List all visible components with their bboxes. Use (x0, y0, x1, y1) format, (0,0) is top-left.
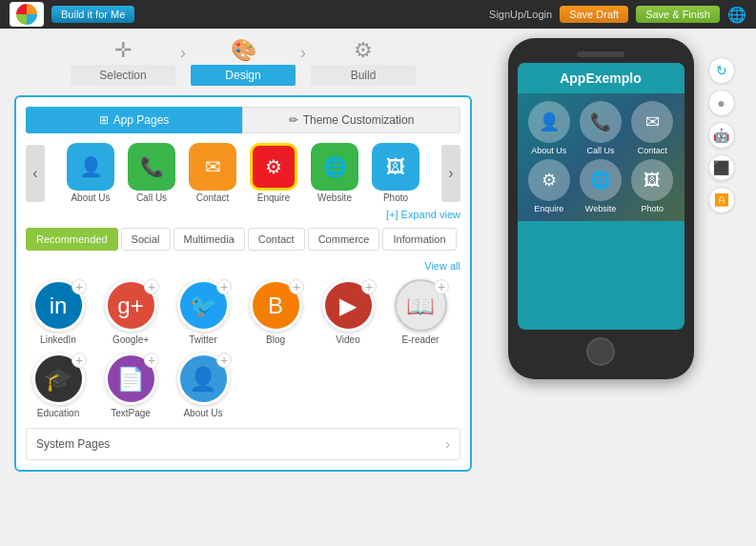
addon-twitter[interactable]: +🐦Twitter (171, 279, 235, 345)
signup-login-link[interactable]: SignUp/Login (489, 9, 552, 20)
pages-prev-button[interactable]: ‹ (26, 145, 45, 202)
addon-add-icon: + (361, 279, 377, 294)
phone-icon-circle: 📞 (580, 101, 622, 143)
addon-linkedin[interactable]: +inLinkedIn (26, 279, 91, 345)
save-finish-button[interactable]: Save & Finish (636, 6, 720, 23)
page-item-about-us[interactable]: 👤About Us (62, 143, 119, 203)
topbar-right: SignUp/Login Save Draft Save & Finish 🌐 (489, 6, 746, 24)
addon-add-icon: + (72, 279, 87, 294)
phone-icon-circle: 👤 (528, 101, 570, 143)
phone-icon-label: About Us (531, 146, 566, 155)
builder-box: ⊞ App Pages ✏ Theme Customization ‹ 👤Abo… (14, 95, 472, 472)
steps-bar: ✛ Selection › 🎨 Design › ⚙ Build (14, 38, 472, 86)
page-label: Enquire (257, 192, 290, 203)
category-tabs: RecommendedSocialMultimediaContactCommer… (26, 228, 460, 251)
pages-next-button[interactable]: › (441, 145, 460, 202)
addon-add-icon: + (216, 353, 232, 368)
app-pages-label: App Pages (113, 113, 170, 127)
phone-icon-label: Website (585, 204, 616, 213)
pages-list: 👤About Us📞Call Us✉Contact⚙Enquire🌐Websit… (49, 143, 438, 203)
theme-label: Theme Customization (303, 113, 415, 127)
page-label: About Us (71, 192, 110, 203)
right-panel-inner: AppExemplo 👤About Us📞Call Us✉Contact⚙Enq… (508, 38, 735, 379)
phone-preview: AppExemplo 👤About Us📞Call Us✉Contact⚙Enq… (508, 38, 699, 379)
build-for-me-button[interactable]: Build it for Me (51, 6, 134, 23)
phone-icon-photo: 🖼Photo (628, 159, 676, 213)
addon-about-us[interactable]: +👤About Us (171, 353, 235, 418)
right-panel: AppExemplo 👤About Us📞Call Us✉Contact⚙Enq… (486, 29, 756, 546)
phone-icon-circle: 🌐 (580, 159, 622, 201)
system-pages-arrow: › (445, 436, 450, 452)
language-icon[interactable]: 🌐 (727, 6, 746, 24)
page-item-enquire[interactable]: ⚙Enquire (245, 143, 302, 203)
addon-add-icon: + (289, 279, 304, 294)
addon-education[interactable]: +🎓Education (26, 353, 91, 418)
cat-tab-multimedia[interactable]: Multimedia (174, 228, 245, 251)
addon-label: TextPage (111, 408, 151, 418)
cat-tab-information[interactable]: Information (382, 228, 456, 251)
addon-e-reader[interactable]: +📖E-reader (388, 279, 453, 345)
phone-app-name: AppExemplo (518, 63, 684, 93)
phone-icon-enquire: ⚙Enquire (525, 159, 573, 213)
cat-tab-commerce[interactable]: Commerce (308, 228, 380, 251)
android-icon[interactable]: 🤖 (708, 122, 735, 149)
addon-video[interactable]: +▶Video (316, 279, 380, 345)
phone-icon-label: Photo (642, 204, 664, 213)
phone-speaker (577, 51, 624, 57)
cat-tab-contact[interactable]: Contact (248, 228, 305, 251)
blackberry-icon[interactable]: ⬛ (708, 154, 735, 181)
refresh-icon[interactable]: ↻ (708, 57, 735, 84)
save-draft-button[interactable]: Save Draft (560, 6, 628, 23)
expand-view-link[interactable]: [+] Expand view (26, 209, 460, 220)
step-build-label: Build (311, 65, 416, 86)
page-label: Call Us (136, 192, 167, 203)
theme-customization-tab[interactable]: ✏ Theme Customization (242, 107, 460, 133)
addon-label: Twitter (189, 334, 216, 345)
amazon-icon[interactable]: 🅰 (708, 187, 735, 213)
addon-add-icon: + (144, 353, 159, 368)
addon-label: Blog (266, 334, 285, 345)
theme-icon: ✏ (289, 113, 298, 127)
phone-outer: AppExemplo 👤About Us📞Call Us✉Contact⚙Enq… (508, 38, 694, 379)
topbar-left: Build it for Me (10, 2, 134, 27)
addon-label: Education (37, 408, 79, 418)
page-item-website[interactable]: 🌐Website (306, 143, 363, 203)
page-item-contact[interactable]: ✉Contact (184, 143, 241, 203)
view-all-link[interactable]: View all (26, 260, 460, 272)
step-selection[interactable]: ✛ Selection (66, 38, 180, 86)
cat-tab-recommended[interactable]: Recommended (26, 228, 118, 251)
phone-screen: AppExemplo 👤About Us📞Call Us✉Contact⚙Enq… (518, 63, 684, 330)
phone-icon-contact: ✉Contact (628, 101, 676, 155)
phone-icon-circle: ⚙ (528, 159, 570, 201)
logo (10, 2, 44, 27)
addon-label: LinkedIn (40, 334, 76, 345)
phone-home-button[interactable] (586, 337, 615, 366)
addon-textpage[interactable]: +📄TextPage (98, 353, 163, 418)
addon-label: Google+ (112, 334, 149, 345)
step-design-label: Design (191, 65, 296, 86)
addon-add-icon: + (72, 353, 87, 368)
phone-icons-grid: 👤About Us📞Call Us✉Contact⚙Enquire🌐Websit… (518, 93, 684, 221)
app-pages-tab[interactable]: ⊞ App Pages (26, 107, 242, 133)
phone-icon-call-us: 📞Call Us (577, 101, 624, 155)
page-item-photo[interactable]: 🖼Photo (367, 143, 424, 203)
build-icon: ⚙ (354, 38, 373, 63)
addon-add-icon: + (434, 279, 449, 294)
page-item-call-us[interactable]: 📞Call Us (123, 143, 180, 203)
phone-icon-label: Call Us (586, 146, 614, 155)
phone-icon-label: Contact (638, 146, 667, 155)
addon-googleplus[interactable]: +g+Google+ (98, 279, 163, 345)
step-build[interactable]: ⚙ Build (306, 38, 420, 86)
left-panel: ✛ Selection › 🎨 Design › ⚙ Build ⊞ App P… (0, 29, 486, 546)
step-selection-label: Selection (71, 65, 175, 86)
ios-icon[interactable]: ● (708, 90, 735, 116)
selection-icon: ✛ (114, 38, 132, 63)
addon-add-icon: + (144, 279, 159, 294)
phone-icon-circle: 🖼 (631, 159, 673, 201)
cat-tab-social[interactable]: Social (121, 228, 171, 251)
system-pages-row[interactable]: System Pages › (26, 428, 460, 460)
addon-blog[interactable]: +BBlog (243, 279, 308, 345)
addon-add-icon: + (216, 279, 232, 294)
step-design[interactable]: 🎨 Design (186, 38, 300, 86)
right-icons-panel: ↻ ● 🤖 ⬛ 🅰 (708, 57, 735, 379)
